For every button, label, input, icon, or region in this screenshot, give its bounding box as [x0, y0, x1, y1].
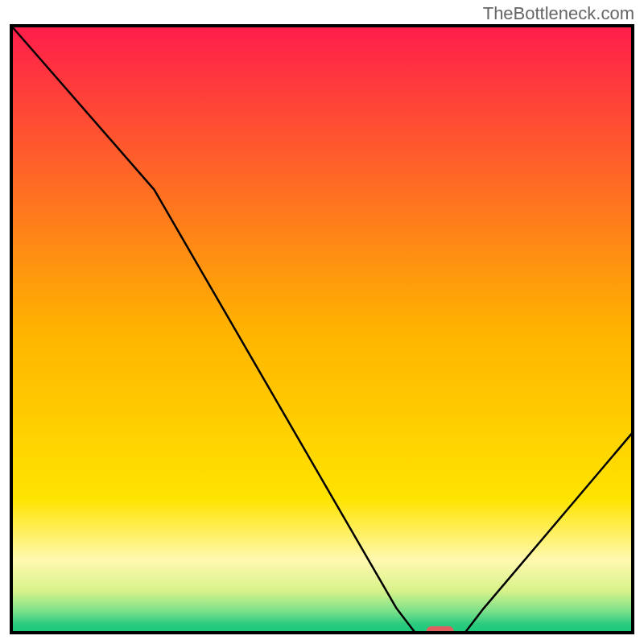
bottleneck-chart [10, 24, 634, 634]
attribution-text: TheBottleneck.com [483, 3, 634, 24]
chart-svg [10, 24, 634, 634]
